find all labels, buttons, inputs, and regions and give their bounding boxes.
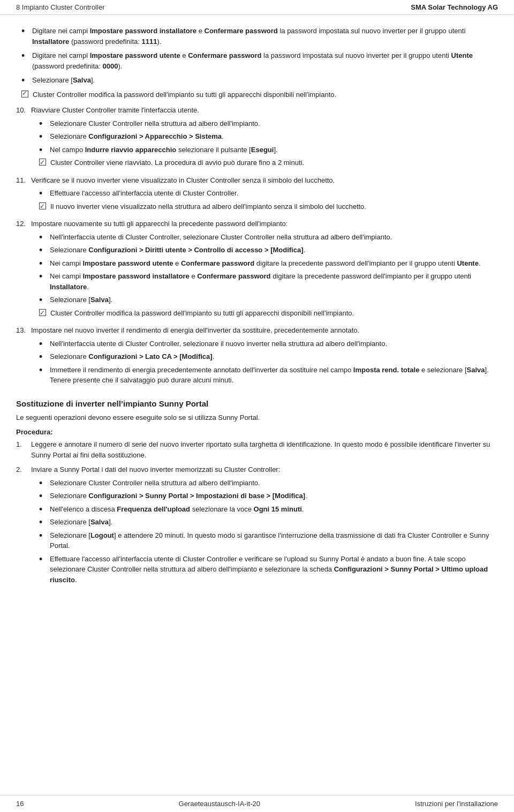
item-text: Selezionare [Salva].: [50, 517, 498, 528]
list-item: Cluster Controller modifica la password …: [16, 89, 498, 100]
item-text: Effettuare l'accesso all'interfaccia ute…: [50, 188, 498, 199]
bullet-icon: •: [39, 132, 47, 141]
checkbox-icon: [39, 202, 46, 209]
sub-list: • Nell'interfaccia utente di Cluster Con…: [31, 232, 498, 319]
main-content: • Digitare nei campi Impostare password …: [0, 15, 514, 795]
page-header: 8 Impianto Cluster Controller SMA Solar …: [0, 0, 514, 15]
page: 8 Impianto Cluster Controller SMA Solar …: [0, 0, 514, 812]
item-number: 13.: [16, 325, 31, 336]
item-text: Selezionare [Salva].: [32, 75, 498, 86]
item-text: Nei campi Impostare password utente e Co…: [50, 258, 498, 269]
sub-list-item: Cluster Controller modifica la password …: [31, 308, 498, 319]
sub-list-item: • Selezionare Configurazioni > Apparecch…: [31, 131, 498, 142]
numbered-list-10-13: 10. Riavviare Cluster Controller tramite…: [16, 105, 498, 388]
item-text: Cluster Controller viene riavviato. La p…: [50, 157, 498, 168]
item-content: Impostare nel nuovo inverter il rendimen…: [31, 325, 498, 388]
item-text: Selezionare Configurazioni > Apparecchio…: [50, 131, 498, 142]
item-text: Nell'elenco a discesa Frequenza dell'upl…: [50, 504, 498, 515]
bullet-icon: •: [21, 51, 29, 61]
bullet-icon: •: [39, 232, 47, 242]
sub-list-item: • Selezionare Cluster Controller nella s…: [31, 118, 498, 129]
bullet-icon: •: [21, 76, 29, 85]
procedura-label: Procedura:: [16, 428, 498, 436]
item-text: Immettere il rendimento di energia prece…: [50, 365, 498, 386]
page-number: 16: [16, 800, 24, 808]
item-text: Selezionare [Salva].: [50, 295, 498, 305]
numbered-item-13: 13. Impostare nel nuovo inverter il rend…: [16, 325, 498, 388]
item-text: Effettuare l'accesso all'interfaccia ute…: [50, 554, 498, 585]
item-text: Digitare nei campi Impostare password ut…: [32, 50, 498, 71]
sub-list-item: • Effettuare l'accesso all'interfaccia u…: [31, 188, 498, 199]
document-code: Geraeteaustausch-IA-it-20: [179, 800, 260, 808]
item-text: Nei campi Impostare password installator…: [50, 271, 498, 292]
sub-list-item: • Selezionare Configurazioni > Lato CA >…: [31, 351, 498, 362]
checkbox-icon: [39, 159, 46, 166]
sub-list-item: Il nuovo inverter viene visualizzato nel…: [31, 201, 498, 212]
bullet-icon: •: [39, 245, 47, 255]
item-text: Digitare nei campi Impostare password in…: [32, 26, 498, 47]
item-text: Riavviare Cluster Controller tramite l'i…: [31, 106, 199, 114]
item-text: Inviare a Sunny Portal i dati del nuovo …: [31, 465, 280, 473]
item-text: Cluster Controller modifica la password …: [33, 89, 498, 100]
item-number: 11.: [16, 175, 31, 186]
checkbox-icon: [21, 91, 28, 97]
company-name: SMA Solar Technology AG: [411, 3, 498, 11]
sub-list: • Effettuare l'accesso all'interfaccia u…: [31, 188, 498, 212]
item-text: Il nuovo inverter viene visualizzato nel…: [50, 201, 498, 212]
chapter-title: 8 Impianto Cluster Controller: [16, 3, 104, 11]
bullet-icon: •: [39, 478, 47, 488]
bullet-icon: •: [39, 491, 47, 501]
item-text: Nel campo Indurre riavvio apparecchio se…: [50, 145, 498, 155]
list-item: • Digitare nei campi Impostare password …: [16, 26, 498, 47]
bullet-icon: •: [39, 365, 47, 375]
item-text: Cluster Controller modifica la password …: [50, 308, 498, 319]
list-item: • Digitare nei campi Impostare password …: [16, 50, 498, 71]
item-number: 2.: [16, 464, 31, 475]
item-text: Impostare nel nuovo inverter il rendimen…: [31, 326, 359, 334]
item-content: Riavviare Cluster Controller tramite l'i…: [31, 105, 498, 171]
procedura-item-1: 1. Leggere e annotare il numero di serie…: [16, 439, 498, 460]
page-footer: 16 Geraeteaustausch-IA-it-20 Istruzioni …: [0, 795, 514, 812]
item-number: 1.: [16, 439, 31, 450]
bullet-icon: •: [39, 339, 47, 349]
item-text: Selezionare [Logout] e attendere 20 minu…: [50, 530, 498, 551]
section-intro: Le seguenti operazioni devono essere ese…: [16, 412, 498, 423]
item-number: 12.: [16, 219, 31, 229]
sub-list-item: • Effettuare l'accesso all'interfaccia u…: [31, 554, 498, 585]
numbered-item-10: 10. Riavviare Cluster Controller tramite…: [16, 105, 498, 171]
item-text: Nell'interfaccia utente di Cluster Contr…: [50, 232, 498, 243]
bullet-icon: •: [39, 119, 47, 129]
sub-list-item: • Selezionare [Salva].: [31, 517, 498, 528]
item-text: Selezionare Cluster Controller nella str…: [50, 478, 498, 488]
bullet-icon: •: [39, 272, 47, 281]
sub-list-item: • Nell'elenco a discesa Frequenza dell'u…: [31, 504, 498, 515]
bullet-icon: •: [39, 531, 47, 540]
section-heading: Sostituzione di inverter nell’impianto S…: [16, 398, 498, 409]
item-content: Impostare nuovamente su tutti gli appare…: [31, 219, 498, 321]
item-number: 10.: [16, 105, 31, 116]
item-text: Impostare nuovamente su tutti gli appare…: [31, 220, 288, 228]
item-content: Inviare a Sunny Portal i dati del nuovo …: [31, 464, 498, 588]
bullet-icon: •: [39, 145, 47, 155]
numbered-item-12: 12. Impostare nuovamente su tutti gli ap…: [16, 219, 498, 321]
item-text: Selezionare Configurazioni > Lato CA > […: [50, 351, 498, 362]
item-content: Leggere e annotare il numero di serie de…: [31, 439, 498, 460]
sub-list-item: • Selezionare Configurazioni > Diritti u…: [31, 245, 498, 255]
sub-list-item: • Immettere il rendimento di energia pre…: [31, 365, 498, 386]
item-text: Selezionare Cluster Controller nella str…: [50, 118, 498, 129]
sub-list-item: • Nei campi Impostare password utente e …: [31, 258, 498, 269]
sub-list-item: • Nei campi Impostare password installat…: [31, 271, 498, 292]
sub-list-item: • Nell'interfaccia utente di Cluster Con…: [31, 339, 498, 349]
sub-list-item: • Nel campo Indurre riavvio apparecchio …: [31, 145, 498, 155]
bullet-icon: •: [39, 189, 47, 198]
top-bullets-section: • Digitare nei campi Impostare password …: [16, 26, 498, 100]
document-title: Istruzioni per l'installazione: [415, 800, 498, 808]
sub-list: • Selezionare Cluster Controller nella s…: [31, 478, 498, 585]
bullet-icon: •: [39, 352, 47, 362]
sub-list-item: Cluster Controller viene riavviato. La p…: [31, 157, 498, 168]
top-bullet-list: • Digitare nei campi Impostare password …: [16, 26, 498, 100]
item-text: Selezionare Configurazioni > Diritti ute…: [50, 245, 498, 255]
sub-list-item: • Selezionare Configurazioni > Sunny Por…: [31, 491, 498, 501]
bullet-icon: •: [39, 554, 47, 564]
item-content: Verificare se il nuovo inverter viene vi…: [31, 175, 498, 215]
